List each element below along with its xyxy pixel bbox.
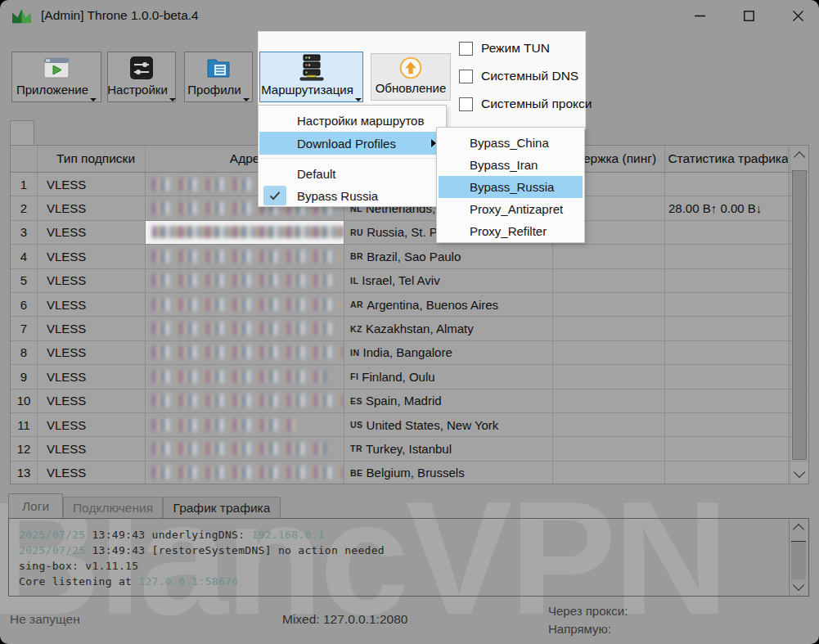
table-cell: 8 <box>11 341 38 364</box>
tab-traffic-graph[interactable]: График трафика <box>163 497 281 519</box>
chevron-down-icon <box>355 98 362 101</box>
table-cell <box>665 221 789 244</box>
profiles-button-label: Профили <box>187 83 241 97</box>
menu-item-default[interactable]: Default <box>259 162 445 185</box>
table-cell: 13 <box>11 462 38 484</box>
application-button-label: Приложение <box>16 83 88 97</box>
tun-mode-label: Режим TUN <box>481 41 550 56</box>
table-cell: 4 <box>11 245 38 268</box>
country-code: BR <box>350 251 363 261</box>
routing-servers-icon <box>297 53 326 83</box>
log-scrollbar[interactable] <box>789 520 808 595</box>
submenu-item-label: Proxy_Antizapret <box>470 202 563 216</box>
table-row[interactable]: 11VLESSUSUnited States, New York <box>11 413 808 437</box>
table-cell: TRTurkey, Istanbul <box>344 437 553 460</box>
close-button[interactable] <box>779 0 817 31</box>
submenu-item-bypass_china[interactable]: Bypass_China <box>439 132 583 154</box>
system-proxy-label: Системный прокси <box>481 97 592 111</box>
checkmark-icon <box>263 186 286 205</box>
table-row[interactable]: 3VLESSRURussia, St. Pet <box>11 221 808 245</box>
update-button-label: Обновление <box>376 81 447 95</box>
table-cell: ILIsrael, Tel Aviv <box>344 269 553 292</box>
profiles-submenu: Bypass_ChinaBypass_IranBypass_RussiaProx… <box>436 127 585 243</box>
submenu-item-label: Bypass_Russia <box>470 180 554 194</box>
application-button[interactable]: Приложение <box>11 52 101 102</box>
status-proxy-label: Через прокси: <box>548 604 628 618</box>
table-cell: 6 <box>11 293 38 316</box>
checkbox-box-icon <box>459 42 473 56</box>
submenu-item-bypass_iran[interactable]: Bypass_Iran <box>439 154 583 176</box>
table-cell <box>146 413 344 436</box>
checkbox-box-icon <box>459 97 473 111</box>
country-code: ES <box>350 396 362 406</box>
update-button[interactable]: Обновление <box>371 53 451 101</box>
menu-item-label: Настройки маршрутов <box>297 114 424 128</box>
scroll-down-icon[interactable] <box>793 579 804 591</box>
menu-item-bypass-russia[interactable]: Bypass Russia <box>259 184 445 207</box>
table-cell <box>146 437 344 460</box>
country-name: Belgium, Brussels <box>367 466 465 480</box>
chevron-down-icon <box>90 98 97 101</box>
redacted-address <box>152 466 344 479</box>
table-cell: VLESS <box>38 173 146 196</box>
table-scrollbar[interactable] <box>790 146 808 484</box>
group-tab[interactable] <box>10 120 34 145</box>
table-row[interactable]: 6VLESSARArgentina, Buenos Aires <box>11 293 808 317</box>
system-dns-checkbox[interactable]: Системный DNS <box>459 69 578 83</box>
table-cell: BEBelgium, Brussels <box>344 462 553 484</box>
header-num[interactable] <box>11 146 38 172</box>
submenu-item-bypass_russia[interactable]: Bypass_Russia <box>439 176 583 198</box>
tab-logs[interactable]: Логи <box>8 493 63 519</box>
settings-button[interactable]: Настройки <box>107 52 176 102</box>
header-traffic[interactable]: Статистика трафика <box>665 146 789 172</box>
table-cell: 2 <box>11 196 38 219</box>
table-cell <box>553 317 665 340</box>
table-cell <box>665 341 789 364</box>
table-row[interactable]: 7VLESSKZKazakhstan, Almaty <box>11 317 808 340</box>
country-code: FI <box>350 372 358 381</box>
table-cell <box>553 293 665 316</box>
menu-item-download-profiles[interactable]: Download Profiles <box>259 132 445 155</box>
menu-item-route-settings[interactable]: Настройки маршрутов <box>259 109 445 132</box>
table-cell: USUnited States, New York <box>344 413 553 436</box>
table-cell <box>146 269 344 292</box>
bottom-tabbar: Логи Подключения График трафика <box>0 493 819 519</box>
tab-connections[interactable]: Подключения <box>63 497 163 519</box>
scroll-down-icon[interactable] <box>794 466 805 478</box>
routing-menu: Настройки маршрутов Download Profiles De… <box>258 105 447 207</box>
table-row[interactable]: 4VLESSBRBrazil, Sao Paulo <box>11 245 808 268</box>
system-proxy-checkbox[interactable]: Системный прокси <box>459 97 592 111</box>
table-cell: BRBrazil, Sao Paulo <box>344 245 553 268</box>
table-row[interactable]: 12VLESSTRTurkey, Istanbul <box>11 437 808 461</box>
country-name: India, Bangalore <box>363 345 452 359</box>
scroll-up-icon[interactable] <box>793 524 804 535</box>
application-window-play-icon <box>43 53 70 83</box>
table-row[interactable]: 13VLESSBEBelgium, Brussels <box>11 462 808 484</box>
menu-separator <box>260 158 444 159</box>
update-arrow-icon <box>398 54 424 81</box>
redacted-address <box>152 274 332 286</box>
table-cell <box>146 221 344 244</box>
submenu-item-proxy_antizapret[interactable]: Proxy_Antizapret <box>439 198 583 220</box>
table-cell: 5 <box>11 269 38 292</box>
table-cell <box>146 390 344 412</box>
header-type[interactable]: Тип подписки <box>38 146 146 172</box>
submenu-item-proxy_refilter[interactable]: Proxy_Refilter <box>439 220 583 242</box>
maximize-button[interactable] <box>730 0 767 31</box>
table-row[interactable]: 10VLESSESSpain, Madrid <box>11 390 808 413</box>
scrollbar-thumb[interactable] <box>792 170 807 460</box>
minimize-button[interactable] <box>681 0 718 31</box>
routing-button[interactable]: Маршрутизация <box>259 52 363 102</box>
table-row[interactable]: 5VLESSILIsrael, Tel Aviv <box>11 269 808 293</box>
table-cell <box>665 462 789 484</box>
country-name: Brazil, Sao Paulo <box>367 250 461 263</box>
scroll-up-icon[interactable] <box>794 151 805 163</box>
log-line: 2025/07/25 13:49:43 underlyingDNS: 192.1… <box>19 527 784 543</box>
scrollbar-thumb[interactable] <box>791 541 806 579</box>
tun-mode-checkbox[interactable]: Режим TUN <box>459 41 550 56</box>
profiles-button[interactable]: Профили <box>184 52 253 102</box>
table-row[interactable]: 8VLESSINIndia, Bangalore <box>11 341 808 365</box>
country-name: Spain, Madrid <box>366 394 442 408</box>
table-row[interactable]: 9VLESSFIFinland, Oulu <box>11 365 808 389</box>
table-cell: 9 <box>11 365 38 388</box>
